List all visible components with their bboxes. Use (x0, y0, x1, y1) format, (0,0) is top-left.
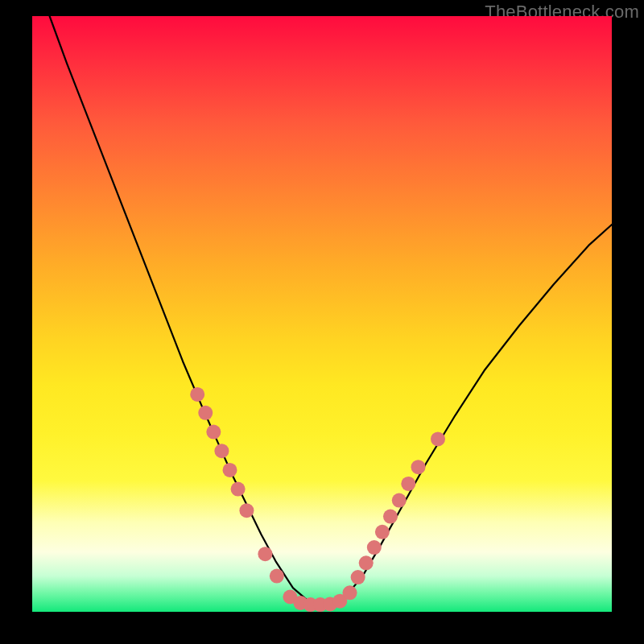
data-point (383, 510, 398, 524)
data-point (223, 463, 237, 477)
chart-stage: TheBottleneck.com (0, 0, 644, 644)
plot-area (32, 16, 612, 612)
curve-layer (50, 16, 612, 605)
data-point (258, 547, 272, 561)
data-point (239, 503, 254, 518)
data-point (375, 525, 390, 539)
data-point (343, 585, 357, 600)
data-point (392, 493, 407, 508)
data-point (214, 444, 229, 458)
data-point (411, 460, 426, 474)
data-point (270, 569, 284, 584)
data-point (367, 540, 382, 555)
data-point (401, 477, 415, 491)
chart-svg (32, 16, 612, 612)
data-point (359, 555, 374, 570)
data-point (431, 431, 445, 446)
data-point (198, 406, 213, 420)
data-point (206, 425, 221, 440)
data-point (190, 387, 204, 402)
data-point (351, 570, 365, 584)
curve-path (50, 16, 612, 605)
data-point (231, 482, 246, 497)
